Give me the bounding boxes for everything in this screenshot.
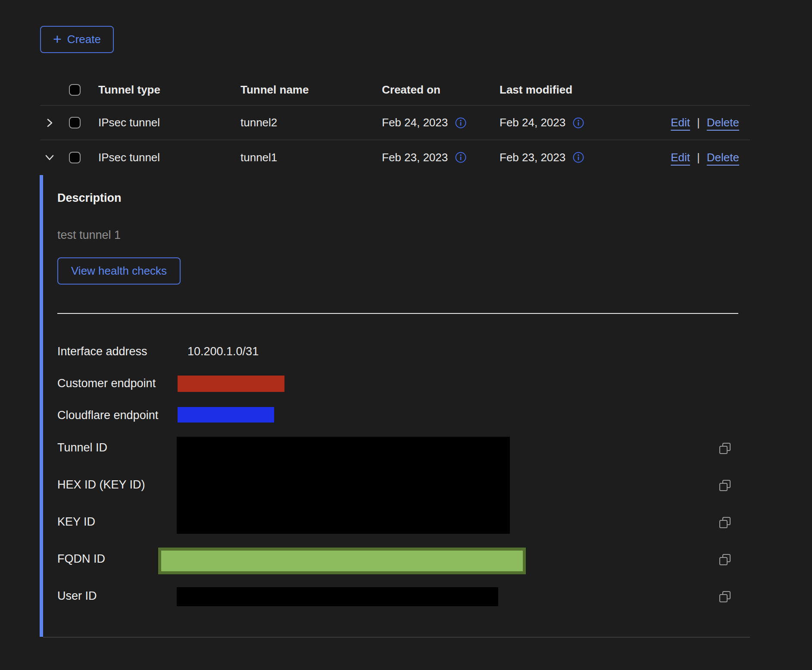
copy-key-id-button[interactable] bbox=[718, 516, 732, 529]
customer-endpoint-redacted-value bbox=[178, 376, 284, 392]
user-id-label: User ID bbox=[57, 589, 97, 603]
copy-icon bbox=[718, 553, 732, 567]
tunnel-id-label: Tunnel ID bbox=[57, 441, 107, 454]
info-icon[interactable] bbox=[455, 117, 467, 129]
info-icon[interactable] bbox=[572, 117, 584, 129]
fqdn-id-label: FQDN ID bbox=[57, 552, 105, 566]
interface-address-label: Interface address bbox=[57, 344, 147, 358]
delete-link[interactable]: Delete bbox=[707, 116, 739, 129]
hex-id-label: HEX ID (KEY ID) bbox=[57, 478, 145, 492]
cloudflare-endpoint-redacted-value bbox=[178, 407, 274, 423]
fqdn-id-redacted-value bbox=[158, 548, 526, 574]
row-checkbox[interactable] bbox=[69, 117, 81, 128]
column-header-last-modified: Last modified bbox=[500, 83, 655, 97]
chevron-right-icon bbox=[44, 117, 55, 128]
copy-tunnel-id-button[interactable] bbox=[718, 441, 732, 455]
cloudflare-endpoint-label: Cloudflare endpoint bbox=[57, 408, 158, 422]
table-header-row: Tunnel type Tunnel name Created on Last … bbox=[40, 75, 750, 106]
row-checkbox[interactable] bbox=[69, 152, 81, 163]
copy-hex-id-button[interactable] bbox=[718, 479, 732, 492]
tunnel-name-cell: tunnel2 bbox=[240, 116, 382, 129]
plus-icon: + bbox=[53, 31, 62, 46]
tunnel-type-cell: IPsec tunnel bbox=[98, 151, 240, 164]
edit-link[interactable]: Edit bbox=[671, 151, 690, 164]
key-id-label: KEY ID bbox=[57, 515, 95, 529]
created-on-cell: Feb 24, 2023 bbox=[382, 116, 448, 129]
edit-link[interactable]: Edit bbox=[671, 116, 690, 129]
table-row-tunnel1: IPsec tunnel tunnel1 Feb 23, 2023 Feb 23… bbox=[40, 140, 750, 175]
created-on-cell: Feb 23, 2023 bbox=[382, 151, 448, 164]
info-icon[interactable] bbox=[572, 151, 584, 163]
collapse-row-button[interactable] bbox=[44, 152, 55, 163]
description-label: Description bbox=[57, 191, 122, 205]
ids-redacted-values bbox=[177, 437, 510, 534]
copy-icon bbox=[718, 441, 732, 455]
user-id-redacted-value bbox=[177, 587, 498, 606]
tunnels-table: Tunnel type Tunnel name Created on Last … bbox=[40, 75, 750, 175]
expanded-row-accent-bar bbox=[40, 175, 43, 637]
chevron-down-icon bbox=[44, 152, 55, 163]
copy-icon bbox=[718, 516, 732, 529]
last-modified-cell: Feb 23, 2023 bbox=[500, 151, 565, 164]
create-button[interactable]: + Create bbox=[40, 26, 114, 53]
last-modified-cell: Feb 24, 2023 bbox=[500, 116, 565, 129]
copy-user-id-button[interactable] bbox=[718, 590, 732, 604]
expand-row-button[interactable] bbox=[44, 117, 55, 128]
panel-divider bbox=[57, 313, 738, 314]
ipsec-tunnels-page: + Create Tunnel type Tunnel name Created… bbox=[0, 0, 812, 670]
view-health-checks-button[interactable]: View health checks bbox=[57, 257, 181, 285]
actions-separator: | bbox=[697, 151, 700, 164]
copy-icon bbox=[718, 479, 732, 492]
column-header-tunnel-name: Tunnel name bbox=[240, 83, 382, 97]
customer-endpoint-label: Customer endpoint bbox=[57, 376, 156, 390]
copy-icon bbox=[718, 590, 732, 604]
panel-bottom-divider bbox=[43, 637, 750, 638]
copy-fqdn-id-button[interactable] bbox=[718, 553, 732, 567]
tunnel-type-cell: IPsec tunnel bbox=[98, 116, 240, 129]
tunnel-name-cell: tunnel1 bbox=[240, 151, 382, 164]
info-icon[interactable] bbox=[455, 151, 467, 163]
create-button-label: Create bbox=[67, 33, 101, 46]
description-value: test tunnel 1 bbox=[57, 229, 121, 242]
table-row-tunnel2: IPsec tunnel tunnel2 Feb 24, 2023 Feb 24… bbox=[40, 106, 750, 140]
interface-address-value: 10.200.1.0/31 bbox=[187, 344, 259, 358]
select-all-checkbox[interactable] bbox=[69, 84, 81, 96]
actions-separator: | bbox=[697, 116, 700, 129]
delete-link[interactable]: Delete bbox=[707, 151, 739, 164]
column-header-tunnel-type: Tunnel type bbox=[98, 83, 240, 97]
column-header-created-on: Created on bbox=[382, 83, 500, 97]
